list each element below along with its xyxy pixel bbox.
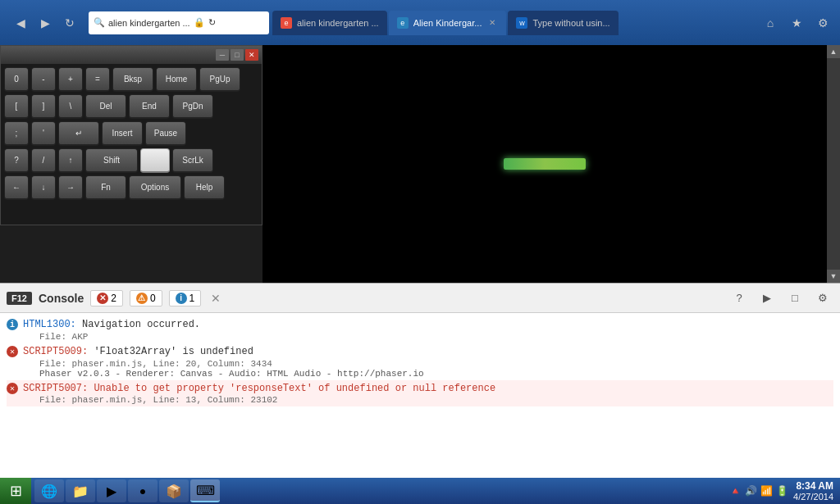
browser-toolbar-right: ⌂ ★ ⚙: [758, 11, 835, 35]
devtools-console: F12 Console ✕ 2 ⚠ 0 i 1 ✕ ? ▶ □ ⚙ i HTML…: [0, 283, 840, 478]
favorites-button[interactable]: ★: [784, 11, 809, 35]
scroll-down-arrow[interactable]: ▼: [827, 270, 840, 283]
browser-nav-icons: ◀ ▶ ↻: [5, 12, 85, 34]
kb-row-5: ← ↓ → Fn Options Help: [4, 175, 258, 200]
settings-button[interactable]: ⚙: [810, 11, 835, 35]
kb-key-up-arrow[interactable]: ↑: [58, 148, 83, 173]
tray-icon-battery[interactable]: 🔋: [776, 485, 788, 497]
taskbar-items: 🌐 📁 ▶ ● 📦 ⌨: [31, 478, 723, 504]
f12-badge: F12: [7, 292, 32, 305]
tab-type-without[interactable]: w Type without usin...: [508, 11, 618, 35]
info-count: 1: [189, 293, 195, 304]
console-error-icon-2: ✕: [7, 346, 18, 357]
console-run-button[interactable]: ▶: [756, 288, 778, 309]
start-button[interactable]: ⊞: [0, 478, 31, 504]
kb-key-quote[interactable]: ': [31, 121, 56, 146]
kb-key-right-arrow[interactable]: →: [58, 175, 83, 200]
scroll-up-arrow[interactable]: ▲: [827, 45, 840, 58]
console-info-icon-1: i: [7, 319, 18, 330]
refresh-button[interactable]: ↻: [59, 12, 80, 34]
kb-key-down-arrow[interactable]: ↓: [31, 175, 56, 200]
refresh-small-icon: ↻: [208, 17, 216, 28]
console-detach-button[interactable]: □: [784, 288, 806, 309]
console-toolbar: F12 Console ✕ 2 ⚠ 0 i 1 ✕ ? ▶ □ ⚙: [0, 284, 840, 313]
taskbar: ⊞ 🌐 📁 ▶ ● 📦 ⌨ 🔺 🔊 📶 🔋 8:34 AM 4/27/2014: [0, 478, 840, 504]
kb-key-enter-arrow[interactable]: ↵: [58, 121, 99, 146]
kb-key-0[interactable]: 0: [4, 67, 29, 92]
console-line-1: i HTML1300: Navigation occurred. File: A…: [7, 316, 833, 343]
kb-key-shift[interactable]: Shift: [85, 148, 138, 173]
tray-icon-1[interactable]: 🔺: [729, 485, 742, 497]
kb-key-help[interactable]: Help: [184, 175, 225, 200]
tray-icon-network[interactable]: 📶: [760, 485, 773, 497]
keyboard-keys: 0 - + = Bksp Home PgUp [ ] \ Del End PgD…: [1, 64, 262, 203]
system-clock[interactable]: 8:34 AM 4/27/2014: [793, 480, 833, 502]
warning-icon: ⚠: [136, 293, 148, 304]
main-scrollbar[interactable]: ▲ ▼: [827, 45, 840, 283]
error-count: 2: [111, 293, 116, 304]
kb-key-pgdn[interactable]: PgDn: [172, 94, 213, 119]
kb-key-fn[interactable]: Fn: [85, 175, 126, 200]
kb-key-plus[interactable]: +: [58, 67, 83, 92]
kb-key-scrlk[interactable]: ScrLk: [172, 148, 213, 173]
tab-alien-kindergarten-1[interactable]: e alien kindergarten ...: [272, 11, 387, 35]
kb-key-pause[interactable]: Pause: [145, 121, 186, 146]
console-line-text-2: SCRIPT5009: 'Float32Array' is undefined: [23, 345, 424, 359]
taskbar-item-keyboard[interactable]: ⌨: [190, 479, 220, 502]
kb-minimize-button[interactable]: ─: [216, 49, 229, 61]
taskbar-item-ie[interactable]: 🌐: [34, 479, 64, 502]
kb-key-open-bracket[interactable]: [: [4, 94, 29, 119]
console-close-button[interactable]: ✕: [208, 290, 224, 306]
tab-close-2[interactable]: ✕: [486, 17, 498, 29]
kb-key-close-bracket[interactable]: ]: [31, 94, 56, 119]
tab-favicon-2: e: [397, 17, 409, 29]
kb-key-backspace[interactable]: Bksp: [112, 67, 153, 92]
kb-key-left-arrow[interactable]: ←: [4, 175, 29, 200]
kb-key-pgup[interactable]: PgUp: [199, 67, 240, 92]
kb-key-semicolon[interactable]: ;: [4, 121, 29, 146]
kb-maximize-button[interactable]: □: [231, 49, 244, 61]
kb-key-backslash[interactable]: \: [58, 94, 83, 119]
console-line-file-2: File: phaser.min.js, Line: 20, Column: 3…: [23, 359, 424, 369]
error-icon: ✕: [97, 293, 108, 304]
taskbar-item-explorer[interactable]: 📁: [66, 479, 95, 502]
taskbar-item-app[interactable]: 📦: [159, 479, 189, 502]
forward-button[interactable]: ▶: [34, 12, 56, 34]
console-help-button[interactable]: ?: [728, 288, 750, 309]
clock-time: 8:34 AM: [793, 480, 833, 492]
kb-key-minus[interactable]: -: [31, 67, 56, 92]
console-settings-button[interactable]: ⚙: [812, 288, 833, 309]
taskbar-item-chrome[interactable]: ●: [128, 479, 158, 502]
info-badge[interactable]: i 1: [169, 290, 202, 306]
console-line-text-3: SCRIPT5007: Unable to get property 'resp…: [23, 382, 495, 396]
kb-key-slash[interactable]: /: [31, 148, 56, 173]
address-bar[interactable]: 🔍 alien kindergarten ... 🔒 ↻: [89, 11, 269, 34]
kb-key-home[interactable]: Home: [156, 67, 197, 92]
console-line-text-1: HTML1300: Navigation occurred.: [23, 318, 200, 332]
back-button[interactable]: ◀: [10, 12, 31, 34]
kb-row-2: [ ] \ Del End PgDn: [4, 94, 258, 119]
error-badge[interactable]: ✕ 2: [90, 290, 123, 306]
kb-key-insert[interactable]: Insert: [102, 121, 143, 146]
warning-badge[interactable]: ⚠ 0: [130, 290, 162, 306]
browser-content-area: [262, 45, 827, 283]
tray-icon-volume[interactable]: 🔊: [745, 485, 757, 497]
kb-key-delete[interactable]: Del: [85, 94, 126, 119]
tab-label-3: Type without usin...: [532, 18, 609, 28]
home-button[interactable]: ⌂: [758, 11, 783, 35]
kb-key-equals[interactable]: =: [85, 67, 110, 92]
kb-row-1: 0 - + = Bksp Home PgUp: [4, 67, 258, 92]
console-line-file-1: File: AKP: [23, 332, 200, 342]
kb-key-space-small[interactable]: [140, 148, 170, 173]
kb-key-end[interactable]: End: [129, 94, 170, 119]
console-line-3: ✕ SCRIPT5007: Unable to get property 're…: [7, 380, 833, 407]
taskbar-right: 🔺 🔊 📶 🔋 8:34 AM 4/27/2014: [723, 480, 840, 502]
console-line-extra-2: Phaser v2.0.3 - Renderer: Canvas - Audio…: [23, 369, 424, 379]
tab-favicon-3: w: [516, 17, 527, 29]
tab-alien-kindergarten-2[interactable]: e Alien Kindergar... ✕: [389, 11, 507, 35]
kb-close-button[interactable]: ✕: [245, 49, 258, 61]
kb-key-question[interactable]: ?: [4, 148, 29, 173]
kb-key-options[interactable]: Options: [129, 175, 181, 200]
console-output[interactable]: i HTML1300: Navigation occurred. File: A…: [0, 313, 840, 478]
taskbar-item-media[interactable]: ▶: [97, 479, 126, 502]
